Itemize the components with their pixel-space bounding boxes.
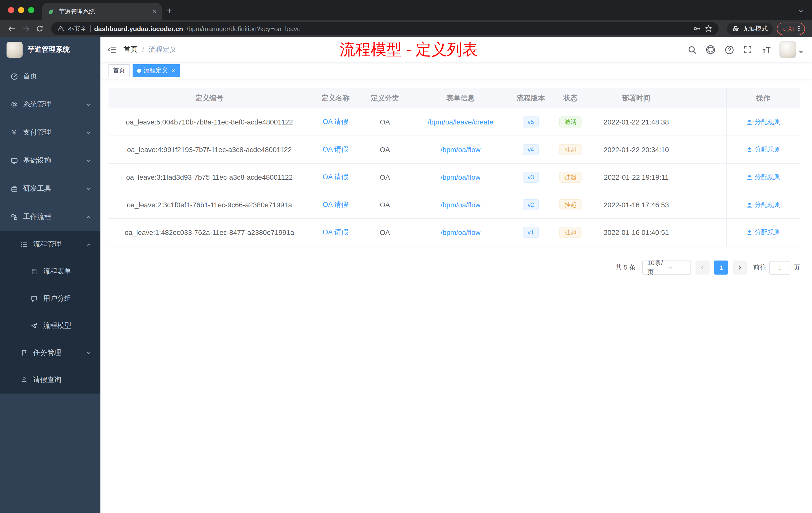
- document-icon: [30, 268, 38, 276]
- deploy-time: 2022-01-22 21:48:38: [591, 109, 682, 135]
- browser-update-button[interactable]: 更新: [777, 22, 805, 35]
- forward-icon[interactable]: [19, 22, 32, 35]
- column-header: 定义分类: [360, 88, 409, 109]
- sidebar-item-leave-query[interactable]: 请假查询: [0, 366, 100, 394]
- goto-page-input[interactable]: [769, 261, 790, 274]
- security-label[interactable]: 不安全: [68, 24, 87, 33]
- definition-id: oa_leave:1:482ec033-762a-11ec-8477-a2380…: [109, 219, 310, 246]
- sidebar-item-label: 用户分组: [43, 294, 91, 303]
- table-header-row: 定义编号 定义名称 定义分类 表单信息 流程版本 状态 部署时间 操作: [109, 88, 800, 109]
- reload-icon[interactable]: [33, 22, 46, 35]
- column-header: 操作: [726, 88, 800, 109]
- sidebar-item-payment[interactable]: ¥ 支付管理: [0, 118, 100, 147]
- browser-menu-icon[interactable]: [798, 25, 800, 32]
- sidebar-collapse-icon[interactable]: [108, 45, 116, 54]
- url-divider: [90, 25, 91, 32]
- goto-unit: 页: [793, 263, 800, 272]
- breadcrumb-home[interactable]: 首页: [123, 45, 138, 54]
- window-close-button[interactable]: [8, 7, 14, 13]
- update-label[interactable]: 更新: [782, 24, 794, 33]
- tag-home[interactable]: 首页: [109, 64, 129, 77]
- chevron-down-icon: [86, 158, 91, 163]
- active-dot: [137, 68, 141, 72]
- sidebar-item-workflow[interactable]: 工作流程: [0, 203, 100, 231]
- assign-rule-button[interactable]: 分配规则: [746, 200, 781, 209]
- column-header: 表单信息: [409, 88, 512, 109]
- sidebar-item-process-form[interactable]: 流程表单: [0, 258, 100, 285]
- fullscreen-icon[interactable]: [742, 44, 753, 55]
- definition-id: oa_leave:3:1fad3d93-7b75-11ec-a3c8-acde4…: [109, 163, 310, 191]
- form-link[interactable]: /bpm/oa/flow: [441, 173, 481, 181]
- dashboard-icon: [10, 72, 18, 80]
- table-row: oa_leave:3:1fad3d93-7b75-11ec-a3c8-acde4…: [109, 163, 800, 191]
- assign-rule-button[interactable]: 分配规则: [746, 117, 781, 126]
- assign-rule-button[interactable]: 分配规则: [746, 145, 781, 154]
- sidebar-item-infrastructure[interactable]: 基础设施: [0, 147, 100, 175]
- caret-down-icon: [799, 51, 803, 55]
- sidebar-item-task-management[interactable]: 任务管理: [0, 339, 100, 366]
- incognito-label: 无痕模式: [743, 24, 768, 33]
- gear-icon: [10, 100, 18, 109]
- definition-name-link[interactable]: OA 请假: [323, 117, 348, 126]
- sidebar-item-system[interactable]: 系统管理: [0, 90, 100, 118]
- next-page-button[interactable]: [733, 261, 747, 275]
- sidebar-item-dev-tools[interactable]: 研发工具: [0, 175, 100, 203]
- flag-icon: [20, 349, 28, 357]
- assign-rule-button[interactable]: 分配规则: [746, 173, 781, 182]
- definition-name-link[interactable]: OA 请假: [323, 228, 348, 237]
- new-tab-button[interactable]: +: [167, 6, 172, 16]
- page-size-select[interactable]: 10条/页: [642, 261, 691, 275]
- tag-process-definition[interactable]: 流程定义 ×: [133, 64, 179, 77]
- search-icon[interactable]: [687, 44, 697, 55]
- version-tag: v1: [522, 227, 539, 238]
- help-icon[interactable]: [724, 44, 735, 55]
- sidebar-logo: 芋道管理系统: [0, 37, 100, 62]
- definition-name-link[interactable]: OA 请假: [323, 200, 348, 209]
- github-icon[interactable]: [705, 44, 716, 55]
- page-number-button[interactable]: 1: [714, 261, 728, 275]
- definition-id: oa_leave:2:3c1f0ef1-76b1-11ec-9c66-a2380…: [109, 191, 310, 218]
- tag-close-icon[interactable]: ×: [171, 67, 175, 74]
- column-header: 部署时间: [591, 88, 682, 109]
- back-icon[interactable]: [5, 22, 18, 35]
- user-icon: [20, 376, 28, 384]
- workflow-icon: [10, 213, 18, 221]
- warning-triangle-icon[interactable]: [57, 25, 64, 32]
- sidebar-item-process-management[interactable]: 流程管理: [0, 231, 100, 258]
- sidebar-item-process-model[interactable]: 流程模型: [0, 312, 100, 339]
- sidebar-item-user-group[interactable]: 用户分组: [0, 285, 100, 312]
- definition-id: oa_leave:5:004b710b-7b8a-11ec-8ef0-acde4…: [109, 109, 310, 135]
- prev-page-button[interactable]: [696, 261, 709, 275]
- chevron-down-icon: [86, 186, 91, 191]
- app-title: 芋道管理系统: [28, 45, 70, 54]
- window-minimize-button[interactable]: [18, 7, 24, 13]
- address-bar[interactable]: 不安全 dashboard.yudao.iocoder.cn /bpm/mana…: [51, 22, 719, 35]
- password-key-icon[interactable]: [693, 25, 701, 33]
- browser-tab-strip: 芋道管理系统 × +: [0, 0, 812, 20]
- browser-tab[interactable]: 芋道管理系统 ×: [42, 3, 162, 20]
- form-link[interactable]: /bpm/oa/leave/create: [428, 118, 493, 126]
- definition-table: 定义编号 定义名称 定义分类 表单信息 流程版本 状态 部署时间 操作 oa_l…: [109, 88, 800, 246]
- window-zoom-button[interactable]: [28, 7, 34, 13]
- breadcrumb: 首页 / 流程定义: [123, 45, 177, 54]
- form-link[interactable]: /bpm/oa/flow: [441, 201, 481, 209]
- user-menu[interactable]: [779, 41, 803, 58]
- pagination: 共 5 条 10条/页 1 前往: [109, 261, 800, 275]
- tab-close-icon[interactable]: ×: [153, 8, 157, 15]
- chevron-down-icon: [86, 102, 91, 107]
- sidebar-item-home[interactable]: 首页: [0, 62, 100, 90]
- chevron-up-icon: [86, 214, 91, 220]
- form-link[interactable]: /bpm/oa/flow: [441, 146, 481, 154]
- sidebar: 芋道管理系统 首页 系统管理 ¥ 支付管理: [0, 37, 100, 513]
- tab-search-chevron-icon[interactable]: [798, 8, 804, 14]
- definition-name-link[interactable]: OA 请假: [323, 173, 348, 182]
- toolbox-icon: [10, 185, 18, 193]
- font-size-icon[interactable]: [761, 44, 772, 55]
- breadcrumb-separator: /: [142, 46, 144, 54]
- avatar[interactable]: [779, 41, 796, 58]
- window-controls: [8, 7, 34, 13]
- definition-name-link[interactable]: OA 请假: [323, 145, 348, 154]
- form-link[interactable]: /bpm/oa/flow: [441, 229, 481, 236]
- bookmark-star-icon[interactable]: [704, 25, 713, 33]
- assign-rule-button[interactable]: 分配规则: [746, 228, 781, 237]
